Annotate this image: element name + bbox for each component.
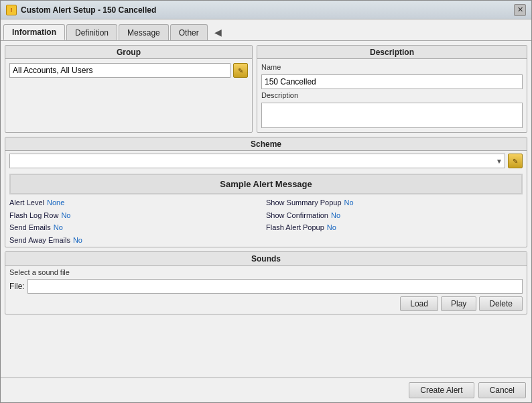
flash-log-value: No <box>61 210 70 221</box>
scheme-panel: Scheme ▼ ✎ Sample Alert Message Ale <box>5 137 527 247</box>
flash-alert-row: Flash Alert Popup No <box>266 222 523 233</box>
send-emails-value: No <box>54 222 63 233</box>
scheme-select-wrapper: ▼ <box>9 154 505 168</box>
sample-alert-box: Sample Alert Message <box>9 174 523 194</box>
bottom-bar: Create Alert Cancel <box>1 378 531 402</box>
flash-log-label: Flash Log Row <box>9 210 58 221</box>
create-alert-button[interactable]: Create Alert <box>409 382 474 398</box>
scheme-panel-body: ▼ ✎ <box>5 151 527 171</box>
show-confirmation-row: Show Confirmation No <box>266 210 523 221</box>
alert-level-row: Alert Level None <box>9 197 266 209</box>
main-window: ! Custom Alert Setup - 150 Cancelled ✕ I… <box>0 0 532 403</box>
title-bar: ! Custom Alert Setup - 150 Cancelled ✕ <box>1 1 531 19</box>
cancel-button[interactable]: Cancel <box>478 382 526 398</box>
show-confirmation-label: Show Confirmation <box>266 210 328 221</box>
send-away-emails-label: Send Away Emails <box>9 235 70 246</box>
play-button[interactable]: Play <box>441 296 476 311</box>
file-label: File: <box>9 282 25 291</box>
tab-scroll-arrow[interactable]: ◀ <box>209 24 227 40</box>
description-label: Description <box>261 91 523 99</box>
scheme-edit-button[interactable]: ✎ <box>508 154 523 168</box>
tab-information[interactable]: Information <box>3 24 65 40</box>
content-area: Group All Accounts, All Users ✎ <box>1 41 531 378</box>
send-away-emails-row: Send Away Emails No <box>9 235 266 246</box>
sounds-panel-title: Sounds <box>5 252 527 266</box>
title-bar-left: ! Custom Alert Setup - 150 Cancelled <box>6 5 156 15</box>
description-panel: Description Name Description <box>257 45 527 133</box>
description-panel-body: Name Description <box>257 59 527 132</box>
scheme-dropdown[interactable] <box>9 154 505 168</box>
send-away-emails-value: No <box>73 235 82 246</box>
close-button[interactable]: ✕ <box>514 4 526 16</box>
group-panel: Group All Accounts, All Users ✎ <box>5 45 253 133</box>
flash-log-row: Flash Log Row No <box>9 210 266 221</box>
description-textarea[interactable] <box>261 103 523 128</box>
show-summary-row: Show Summary Popup No <box>266 197 523 209</box>
tab-message[interactable]: Message <box>119 24 169 40</box>
name-input[interactable] <box>261 74 523 89</box>
name-label: Name <box>261 63 523 71</box>
window-title: Custom Alert Setup - 150 Cancelled <box>21 5 156 15</box>
sounds-panel-body: Select a sound file File: Load Play Dele… <box>5 266 527 314</box>
sound-buttons: Load Play Delete <box>9 296 523 311</box>
flash-alert-value: No <box>327 222 336 233</box>
show-summary-value: No <box>344 197 354 209</box>
top-row: Group All Accounts, All Users ✎ <box>5 45 527 133</box>
file-input[interactable] <box>27 279 523 294</box>
sounds-panel: Sounds Select a sound file File: Load Pl… <box>5 251 527 314</box>
load-button[interactable]: Load <box>400 296 438 311</box>
tab-definition[interactable]: Definition <box>66 24 117 40</box>
group-dropdown-wrapper: All Accounts, All Users <box>9 63 230 78</box>
send-emails-row: Send Emails No <box>9 222 266 233</box>
group-panel-body: All Accounts, All Users ✎ <box>5 59 252 82</box>
show-summary-label: Show Summary Popup <box>266 197 342 209</box>
flash-alert-label: Flash Alert Popup <box>266 222 324 233</box>
group-edit-button[interactable]: ✎ <box>233 63 248 78</box>
alert-level-label: Alert Level <box>9 197 44 209</box>
alert-props-right: Show Summary Popup No Show Confirmation … <box>266 197 523 245</box>
tab-other[interactable]: Other <box>170 24 208 40</box>
group-dropdown[interactable]: All Accounts, All Users <box>9 63 230 78</box>
send-emails-label: Send Emails <box>9 222 51 233</box>
scheme-panel-title: Scheme <box>5 137 527 151</box>
description-panel-title: Description <box>257 46 527 59</box>
tabs-bar: Information Definition Message Other ◀ <box>1 19 531 41</box>
alert-props-left: Alert Level None Flash Log Row No Send E… <box>9 197 266 245</box>
show-confirmation-value: No <box>331 210 340 221</box>
window-icon: ! <box>6 5 17 15</box>
alert-properties: Alert Level None Flash Log Row No Send E… <box>5 194 527 247</box>
sounds-description: Select a sound file <box>9 268 523 276</box>
file-row: File: <box>9 279 523 294</box>
delete-button[interactable]: Delete <box>479 296 523 311</box>
group-dropdown-row: All Accounts, All Users ✎ <box>9 63 248 78</box>
group-panel-title: Group <box>5 46 252 59</box>
alert-level-value: None <box>47 197 64 209</box>
